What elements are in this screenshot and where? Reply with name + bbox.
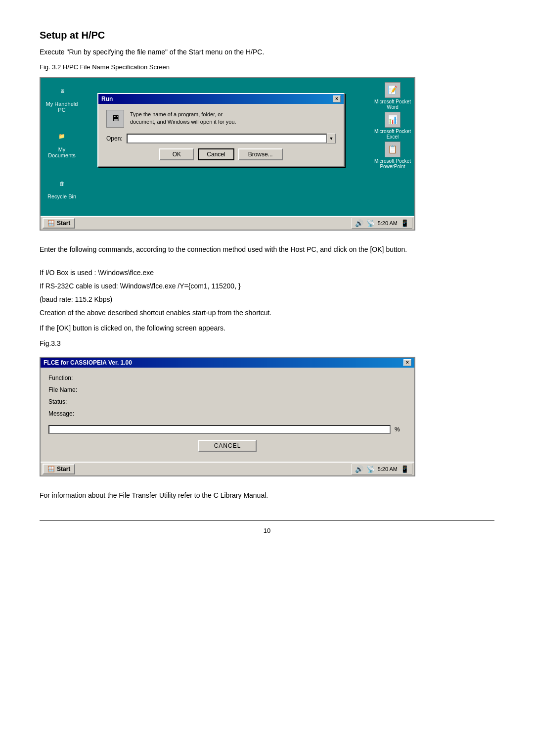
browse-button[interactable]: Browse... [238, 148, 283, 160]
desktop-icon-label: Recycle Bin [47, 193, 76, 199]
desktop-icon-recycle: 🗑 Recycle Bin [44, 175, 79, 199]
run-icon: 🖥 [106, 110, 124, 128]
tray-icon-3: 📱 [400, 219, 409, 227]
right-icons-group: 📝 Microsoft Pocket Word 📊 Microsoft Pock… [373, 82, 412, 169]
flce-progress-bar [48, 425, 391, 434]
flce-cancel-row: CANCEL [48, 440, 406, 452]
desktop-icon-label: My Documents [44, 146, 79, 158]
flce-desktop-screenshot: FLCE for CASSIOPEIA Ver. 1.00 × Function… [40, 357, 415, 476]
shortcut-line: Creation of the above described shortcut… [40, 308, 494, 318]
body-text1: Enter the following commands, according … [40, 244, 494, 255]
baud-line: (baud rate: 115.2 Kbps) [40, 294, 494, 305]
page-number: 10 [40, 526, 494, 536]
flce-taskbar: 🪟 Start 🔊 📡 5:20 AM 📱 [41, 462, 414, 475]
flce-system-tray: 🔊 📡 5:20 AM 📱 [352, 464, 412, 474]
flce-taskbar-time: 5:20 AM [378, 466, 398, 472]
excel-label: Microsoft Pocket Excel [373, 129, 412, 140]
flce-title: FLCE for CASSIOPEIA Ver. 1.00 [44, 359, 132, 366]
desktop-icon-word: 📝 Microsoft Pocket Word [373, 82, 412, 110]
section-title: Setup at H/PC [40, 30, 494, 41]
page-divider [40, 520, 494, 521]
rs232-line: If RS-232C cable is used: \Windows\flce.… [40, 281, 494, 291]
flce-dialog: FLCE for CASSIOPEIA Ver. 1.00 × Function… [41, 358, 414, 475]
taskbar-time: 5:20 AM [378, 220, 398, 226]
desktop-icon-handheld: 🖥 My Handheld PC [44, 82, 79, 113]
open-label: Open: [106, 135, 123, 142]
run-description-row: 🖥 Type the name of a program, folder, or… [106, 110, 336, 128]
desktop-icon-documents: 📁 My Documents [44, 128, 79, 158]
flce-filename-label: File Name: [48, 386, 77, 393]
flce-tray-icon-1: 🔊 [355, 465, 363, 473]
recycle-bin-icon: 🗑 [53, 175, 71, 192]
tray-icon-1: 🔊 [355, 219, 363, 227]
fig32-caption: Fig. 3.2 H/PC File Name Specification Sc… [40, 62, 494, 72]
desktop-icon-label: My Handheld PC [44, 101, 79, 113]
flce-cancel-button[interactable]: CANCEL [198, 440, 257, 452]
flce-filename-field: File Name: [48, 386, 406, 393]
flce-status-label: Status: [48, 398, 67, 405]
ok-button[interactable]: OK [159, 148, 194, 160]
run-dialog-titlebar: Run × [98, 94, 344, 104]
footer-text: For information about the File Transfer … [40, 490, 494, 501]
flce-percent-label: % [395, 426, 406, 433]
flce-function-field: Function: [48, 375, 406, 381]
taskbar: 🪟 Start 🔊 📡 5:20 AM 📱 [41, 216, 414, 230]
flce-start-button[interactable]: 🪟 Start [43, 464, 75, 474]
flce-message-field: Message: [48, 410, 406, 417]
cancel-button[interactable]: Cancel [198, 148, 234, 160]
run-dialog: Run × 🖥 Type the name of a program, fold… [97, 93, 345, 167]
fig33-label: Fig.3.3 [40, 338, 494, 349]
run-dialog-body: 🖥 Type the name of a program, folder, or… [98, 104, 344, 166]
flce-tray-icon-2: 📡 [366, 465, 375, 473]
tray-icon-2: 📡 [366, 219, 375, 227]
run-description-line2: document, and Windows will open it for y… [130, 119, 236, 125]
my-documents-icon: 📁 [53, 128, 71, 145]
win98-desktop-screenshot: 🖥 My Handheld PC 📁 My Documents 🗑 Recycl… [40, 77, 415, 231]
io-box-line: If I/O Box is used : \Windows\flce.exe [40, 268, 494, 278]
open-input[interactable] [127, 134, 327, 143]
flce-status-field: Status: [48, 398, 406, 405]
run-dialog-close-button[interactable]: × [333, 95, 341, 102]
start-button[interactable]: 🪟 Start [43, 218, 75, 229]
run-dialog-buttons: OK Cancel Browse... [106, 148, 336, 160]
flce-start-icon: 🪟 [47, 466, 55, 472]
flce-function-label: Function: [48, 375, 73, 381]
intro-text: Execute "Run by specifying the file name… [40, 47, 494, 57]
open-dropdown-button[interactable]: ▼ [327, 134, 336, 143]
flce-body: Function: File Name: Status: Message: % [41, 368, 414, 462]
desktop-icon-ppt: 📋 Microsoft Pocket PowerPoint [373, 142, 412, 169]
start-icon: 🪟 [47, 220, 55, 227]
excel-icon: 📊 [385, 112, 400, 128]
word-label: Microsoft Pocket Word [373, 99, 412, 110]
flce-title-bar: FLCE for CASSIOPEIA Ver. 1.00 × [41, 358, 414, 368]
flce-start-label: Start [57, 466, 70, 472]
open-row: Open: ▼ [106, 134, 336, 143]
run-dialog-title: Run [101, 95, 113, 102]
word-icon: 📝 [385, 82, 400, 98]
desktop-icon-excel: 📊 Microsoft Pocket Excel [373, 112, 412, 140]
handheld-pc-icon: 🖥 [53, 82, 71, 100]
run-description-line1: Type the name of a program, folder, or [130, 111, 222, 117]
ok-line: If the [OK] button is clicked on, the fo… [40, 323, 494, 333]
flce-tray-icon-3: 📱 [400, 465, 409, 473]
run-description: Type the name of a program, folder, or d… [130, 110, 236, 126]
start-label: Start [57, 220, 70, 227]
ppt-icon: 📋 [385, 142, 400, 157]
flce-close-button[interactable]: × [403, 359, 411, 366]
ppt-label: Microsoft Pocket PowerPoint [373, 158, 412, 169]
system-tray: 🔊 📡 5:20 AM 📱 [352, 218, 412, 229]
flce-progress-row: % [48, 425, 406, 434]
flce-message-label: Message: [48, 410, 74, 417]
